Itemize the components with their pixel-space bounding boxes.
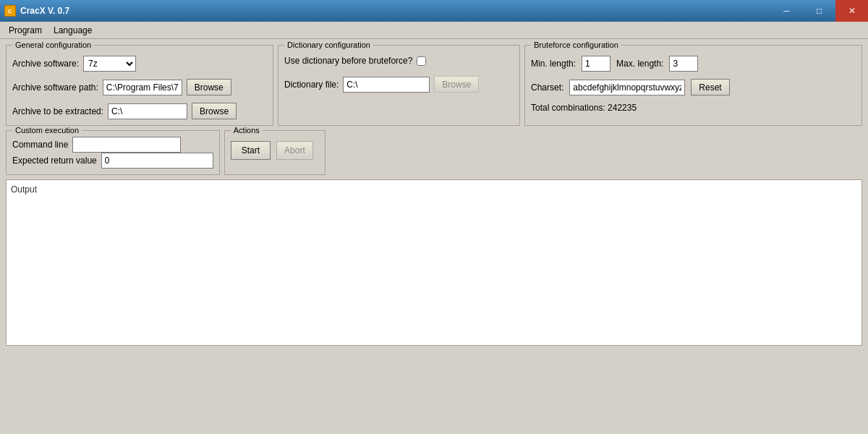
output-panel: Output bbox=[6, 179, 862, 346]
main-content: General configuration Archive software: … bbox=[0, 39, 868, 352]
browse-archive-button[interactable]: Browse bbox=[192, 103, 237, 119]
archive-software-row: Archive software: 7z WinRAR WinZip bbox=[12, 56, 267, 72]
custom-execution-title: Custom execution bbox=[12, 126, 82, 135]
general-config-panel: General configuration Archive software: … bbox=[6, 45, 273, 126]
total-combinations-row: Total combinations: 242235 bbox=[531, 103, 856, 113]
archive-path-input[interactable] bbox=[103, 80, 182, 95]
max-length-label: Max. length: bbox=[616, 59, 663, 69]
dict-file-label: Dictionary file: bbox=[284, 80, 339, 90]
abort-button[interactable]: Abort bbox=[276, 141, 313, 160]
dict-file-row: Dictionary file: Browse bbox=[284, 76, 514, 93]
command-line-label: Command line bbox=[12, 140, 68, 150]
browse-path-button[interactable]: Browse bbox=[187, 79, 231, 95]
custom-execution-panel: Custom execution Command line Expected r… bbox=[6, 130, 220, 175]
title-bar-buttons: ─ □ ✕ bbox=[770, 0, 868, 22]
expected-return-label: Expected return value bbox=[12, 156, 97, 166]
minimize-button[interactable]: ─ bbox=[770, 0, 803, 22]
expected-return-row: Expected return value bbox=[12, 153, 213, 169]
use-dict-checkbox[interactable] bbox=[417, 56, 426, 66]
maximize-button[interactable]: □ bbox=[803, 0, 835, 22]
archive-extract-label: Archive to be extracted: bbox=[12, 106, 103, 116]
min-length-input[interactable] bbox=[582, 56, 610, 72]
expected-return-input[interactable] bbox=[101, 153, 213, 169]
reset-charset-button[interactable]: Reset bbox=[691, 79, 729, 95]
close-button[interactable]: ✕ bbox=[835, 0, 868, 22]
total-combinations-text: Total combinations: 242235 bbox=[531, 103, 637, 113]
use-dict-label: Use dictionary before bruteforce? bbox=[284, 56, 412, 66]
archive-path-label: Archive software path: bbox=[12, 82, 98, 93]
bruteforce-config-panel: Bruteforce configuration Min. length: Ma… bbox=[524, 45, 862, 126]
bruteforce-config-title: Bruteforce configuration bbox=[531, 41, 621, 49]
length-row: Min. length: Max. length: bbox=[531, 56, 856, 72]
menu-bar: Program Language bbox=[0, 22, 868, 39]
browse-dict-button[interactable]: Browse bbox=[434, 76, 479, 93]
dictionary-config-panel: Dictionary configuration Use dictionary … bbox=[278, 45, 520, 126]
charset-label: Charset: bbox=[531, 82, 563, 93]
top-row: General configuration Archive software: … bbox=[6, 45, 862, 126]
title-bar: C CracX V. 0.7 ─ □ ✕ bbox=[0, 0, 868, 22]
charset-input[interactable] bbox=[569, 80, 685, 95]
archive-path-row: Archive software path: Browse bbox=[12, 79, 267, 95]
dict-file-input[interactable] bbox=[343, 77, 430, 93]
output-label: Output bbox=[11, 184, 37, 195]
command-line-input[interactable] bbox=[72, 137, 181, 153]
archive-software-select[interactable]: 7z WinRAR WinZip bbox=[83, 56, 136, 72]
min-length-label: Min. length: bbox=[531, 59, 576, 69]
command-line-row: Command line bbox=[12, 137, 213, 153]
menu-item-language[interactable]: Language bbox=[48, 24, 98, 37]
general-config-title: General configuration bbox=[12, 41, 94, 49]
app-icon-label: C bbox=[8, 8, 12, 14]
archive-software-label: Archive software: bbox=[12, 59, 79, 69]
max-length-input[interactable] bbox=[669, 56, 698, 72]
archive-extract-input[interactable] bbox=[108, 103, 187, 119]
use-dict-row: Use dictionary before bruteforce? bbox=[284, 56, 514, 66]
bottom-row: Custom execution Command line Expected r… bbox=[6, 130, 862, 175]
charset-row: Charset: Reset bbox=[531, 79, 856, 95]
menu-item-program[interactable]: Program bbox=[3, 24, 48, 37]
archive-extract-row: Archive to be extracted: Browse bbox=[12, 103, 267, 119]
actions-title: Actions bbox=[231, 126, 263, 135]
start-button[interactable]: Start bbox=[231, 141, 271, 160]
app-title: CracX V. 0.7 bbox=[20, 6, 69, 16]
title-bar-left: C CracX V. 0.7 bbox=[4, 5, 69, 17]
actions-panel: Actions Start Abort bbox=[224, 130, 326, 175]
dictionary-config-title: Dictionary configuration bbox=[284, 41, 373, 49]
app-icon: C bbox=[4, 5, 16, 17]
